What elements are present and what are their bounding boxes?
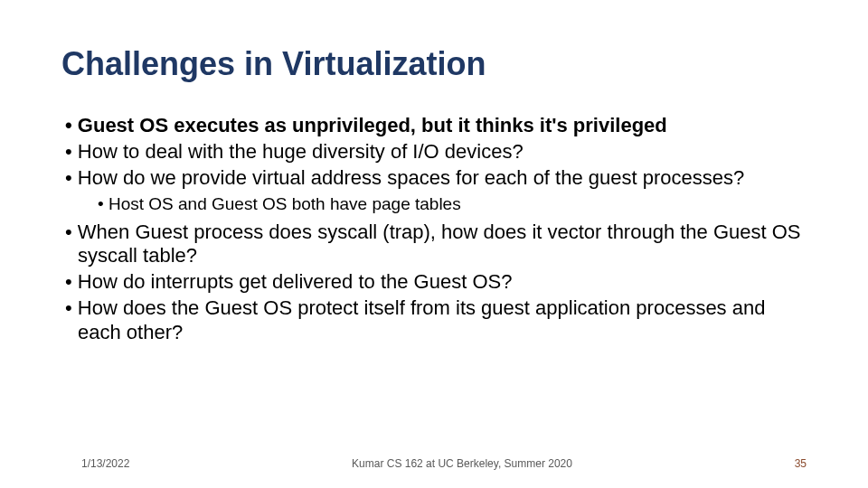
- slide-title: Challenges in Virtualization: [61, 45, 807, 83]
- bullet-4: When Guest process does syscall (trap), …: [61, 221, 807, 269]
- slide-body: Guest OS executes as unprivileged, but i…: [61, 114, 807, 345]
- bullet-3a: Host OS and Guest OS both have page tabl…: [61, 193, 807, 214]
- bullet-5: How do interrupts get delivered to the G…: [61, 270, 807, 295]
- bullet-2: How to deal with the huge diversity of I…: [61, 140, 807, 164]
- bullet-6: How does the Guest OS protect itself fro…: [61, 296, 807, 345]
- footer-date: 1/13/2022: [81, 457, 129, 470]
- footer-page-number: 35: [795, 457, 807, 470]
- slide: Challenges in Virtualization Guest OS ex…: [0, 0, 868, 488]
- footer-center: Kumar CS 162 at UC Berkeley, Summer 2020: [129, 457, 794, 470]
- footer: 1/13/2022 Kumar CS 162 at UC Berkeley, S…: [0, 457, 868, 470]
- bullet-3: How do we provide virtual address spaces…: [61, 166, 807, 191]
- bullet-1: Guest OS executes as unprivileged, but i…: [61, 114, 807, 138]
